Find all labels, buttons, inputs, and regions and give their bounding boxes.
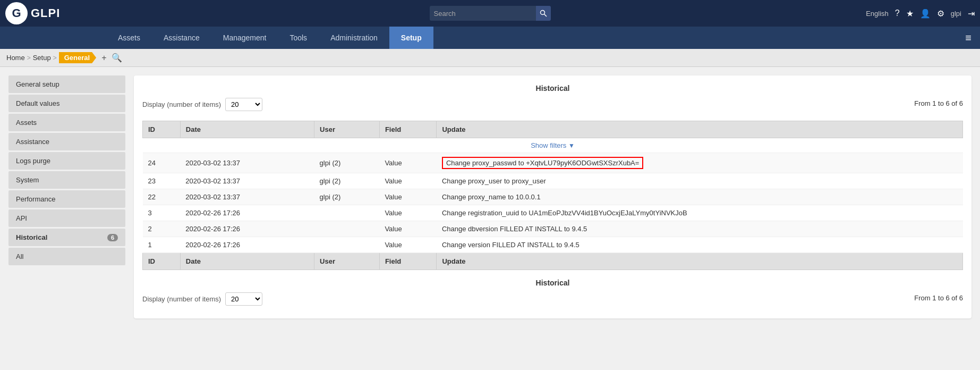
nav-management[interactable]: Management bbox=[211, 27, 278, 49]
show-filters-link[interactable]: Show filters ▼ bbox=[531, 141, 575, 149]
section-title-top: Historical bbox=[142, 84, 963, 93]
table-footer-header: ID Date User Field Update bbox=[143, 253, 963, 270]
nav-setup[interactable]: Setup bbox=[389, 27, 433, 49]
cell-update: Change proxy_user to proxy_user bbox=[437, 173, 963, 189]
top-bar: G GLPI English ? ★ 👤 ⚙ glpi ⇥ bbox=[0, 0, 980, 27]
cell-id: 3 bbox=[143, 205, 181, 221]
cell-date: 2020-02-26 17:26 bbox=[180, 237, 314, 253]
col-id: ID bbox=[143, 121, 181, 138]
breadcrumb-home[interactable]: Home bbox=[6, 54, 25, 62]
display-select-top[interactable]: 20 10 50 100 bbox=[225, 98, 262, 111]
table-row: 2 2020-02-26 17:26 Value Change dbversio… bbox=[143, 221, 963, 237]
from-to-bottom: From 1 to 6 of 6 bbox=[914, 294, 963, 302]
col-id-footer: ID bbox=[143, 253, 181, 270]
display-select-bottom[interactable]: 20 10 50 100 bbox=[225, 292, 262, 306]
sidebar-item-assets[interactable]: Assets bbox=[8, 114, 125, 131]
sidebar-item-logs-purge[interactable]: Logs purge bbox=[8, 152, 125, 170]
logout-icon[interactable]: ⇥ bbox=[968, 9, 975, 19]
breadcrumb-general: General bbox=[59, 52, 96, 63]
breadcrumb-setup[interactable]: Setup bbox=[33, 54, 51, 62]
display-label-bottom: Display (number of items) bbox=[142, 295, 221, 303]
search-area bbox=[430, 6, 551, 21]
cell-update: Change proxy_name to 10.0.0.1 bbox=[437, 189, 963, 205]
cell-update: Change version FILLED AT INSTALL to 9.4.… bbox=[437, 237, 963, 253]
search-icon bbox=[540, 10, 547, 17]
col-date-footer: Date bbox=[180, 253, 314, 270]
search-breadcrumb-icon[interactable]: 🔍 bbox=[112, 53, 122, 63]
nav-bar: Assets Assistance Management Tools Admin… bbox=[0, 27, 980, 49]
cell-field: Value bbox=[379, 189, 437, 205]
col-update: Update bbox=[437, 121, 963, 138]
cell-field: Value bbox=[379, 173, 437, 189]
cell-date: 2020-03-02 13:37 bbox=[180, 173, 314, 189]
cell-date: 2020-02-26 17:26 bbox=[180, 205, 314, 221]
cell-user: glpi (2) bbox=[314, 153, 380, 173]
col-user-footer: User bbox=[314, 253, 380, 270]
sidebar-item-general-setup[interactable]: General setup bbox=[8, 75, 125, 93]
cell-update: Change dbversion FILLED AT INSTALL to 9.… bbox=[437, 221, 963, 237]
bookmark-icon[interactable]: ★ bbox=[906, 9, 914, 19]
highlighted-update: Change proxy_passwd to +XqtvLU79pyK6ODGw… bbox=[442, 157, 643, 169]
col-field: Field bbox=[379, 121, 437, 138]
breadcrumb: Home > Setup > General + 🔍 bbox=[0, 49, 980, 67]
cell-id: 22 bbox=[143, 189, 181, 205]
username-label: glpi bbox=[951, 10, 961, 18]
cell-date: 2020-02-26 17:26 bbox=[180, 221, 314, 237]
cell-id: 24 bbox=[143, 153, 181, 173]
sidebar-item-assistance[interactable]: Assistance bbox=[8, 133, 125, 150]
cell-field: Value bbox=[379, 205, 437, 221]
sidebar-item-default-values[interactable]: Default values bbox=[8, 95, 125, 112]
section-title-bottom: Historical bbox=[142, 279, 963, 287]
sidebar-item-system[interactable]: System bbox=[8, 171, 125, 189]
display-label-top: Display (number of items) bbox=[142, 100, 221, 108]
table-row: 3 2020-02-26 17:26 Value Change registra… bbox=[143, 205, 963, 221]
show-filters-row: Show filters ▼ bbox=[143, 138, 963, 153]
sidebar-item-performance[interactable]: Performance bbox=[8, 190, 125, 208]
cell-user bbox=[314, 205, 380, 221]
svg-line-1 bbox=[544, 14, 547, 17]
col-field-footer: Field bbox=[379, 253, 437, 270]
col-user: User bbox=[314, 121, 380, 138]
breadcrumb-sep-1: > bbox=[27, 54, 31, 62]
from-to-top: From 1 to 6 of 6 bbox=[914, 99, 963, 107]
help-icon[interactable]: ? bbox=[895, 9, 900, 18]
cell-field: Value bbox=[379, 153, 437, 173]
add-icon[interactable]: + bbox=[101, 53, 106, 63]
cell-id: 23 bbox=[143, 173, 181, 189]
cell-id: 2 bbox=[143, 221, 181, 237]
table-row: 24 2020-03-02 13:37 glpi (2) Value Chang… bbox=[143, 153, 963, 173]
top-right-controls: English ? ★ 👤 ⚙ glpi ⇥ bbox=[866, 9, 975, 19]
nav-administration[interactable]: Administration bbox=[319, 27, 389, 49]
cell-id: 1 bbox=[143, 237, 181, 253]
nav-assistance[interactable]: Assistance bbox=[152, 27, 211, 49]
sidebar-item-all[interactable]: All bbox=[8, 248, 125, 265]
historical-table: ID Date User Field Update Show filters ▼ bbox=[142, 121, 963, 270]
filter-icon: ▼ bbox=[568, 142, 575, 149]
hamburger-icon[interactable]: ≡ bbox=[957, 32, 980, 44]
logo-area: G GLPI bbox=[5, 2, 112, 24]
nav-assets[interactable]: Assets bbox=[106, 27, 152, 49]
col-update-footer: Update bbox=[437, 253, 963, 270]
search-button[interactable] bbox=[536, 6, 551, 21]
cell-user: glpi (2) bbox=[314, 189, 380, 205]
logo-icon: G bbox=[5, 2, 28, 24]
cell-date: 2020-03-02 13:37 bbox=[180, 153, 314, 173]
breadcrumb-sep-2: > bbox=[53, 54, 57, 62]
language-selector[interactable]: English bbox=[866, 10, 889, 18]
cell-user bbox=[314, 221, 380, 237]
cell-field: Value bbox=[379, 237, 437, 253]
search-input[interactable] bbox=[430, 6, 536, 21]
cell-user bbox=[314, 237, 380, 253]
user-config-icon[interactable]: 👤 bbox=[920, 9, 931, 19]
content-area: Historical Display (number of items) 20 … bbox=[134, 75, 972, 318]
table-row: 1 2020-02-26 17:26 Value Change version … bbox=[143, 237, 963, 253]
display-row-bottom: Display (number of items) 20 10 50 100 bbox=[142, 292, 262, 306]
sidebar-item-historical[interactable]: Historical 6 bbox=[8, 229, 125, 246]
cell-user: glpi (2) bbox=[314, 173, 380, 189]
historical-badge: 6 bbox=[107, 234, 118, 241]
settings-icon[interactable]: ⚙ bbox=[937, 9, 944, 19]
sidebar: General setup Default values Assets Assi… bbox=[8, 75, 125, 318]
nav-tools[interactable]: Tools bbox=[278, 27, 319, 49]
sidebar-item-api[interactable]: API bbox=[8, 209, 125, 227]
table-row: 23 2020-03-02 13:37 glpi (2) Value Chang… bbox=[143, 173, 963, 189]
